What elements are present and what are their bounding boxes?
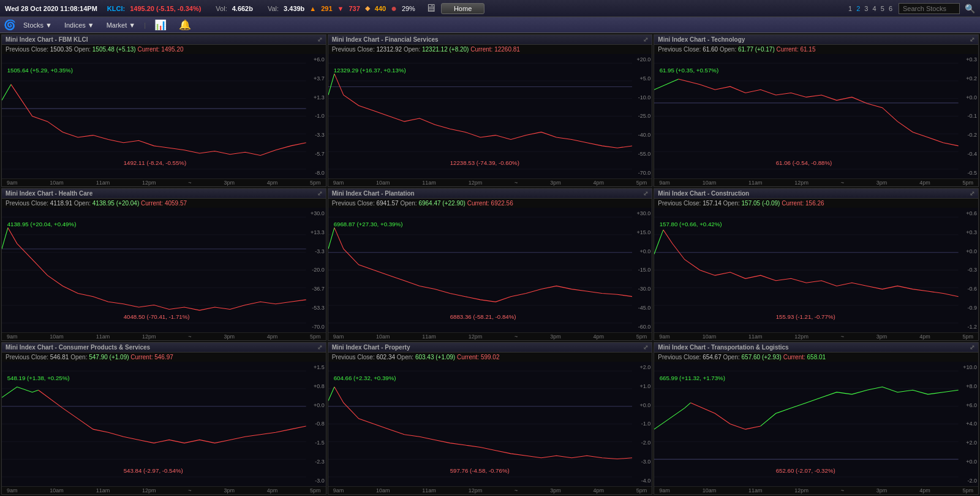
expand-icon-0[interactable]: ⤢ bbox=[317, 36, 322, 43]
chart-area-4: +30.0+15.0+0.0-15.0-30.0-45.0-60.06968.8… bbox=[328, 208, 652, 332]
page-5[interactable]: 5 bbox=[881, 5, 884, 12]
bell-icon: 🔔 bbox=[179, 19, 191, 31]
x-axis-8: 9am10am11am12pm~3pm4pm5pm bbox=[654, 486, 978, 494]
vol1-label: Vol: bbox=[216, 5, 227, 12]
nav-icon-1[interactable]: 📊 bbox=[149, 18, 172, 32]
chart-panel-8: Mini Index Chart - Transportation & Logi… bbox=[654, 342, 979, 495]
svg-text:6883.36 (-58.21, -0.84%): 6883.36 (-58.21, -0.84%) bbox=[450, 313, 516, 320]
chart-title-2: Mini Index Chart - Technology⤢ bbox=[654, 35, 978, 45]
neutral-arrow: ◆ bbox=[365, 4, 370, 12]
svg-text:4048.50 (-70.41, -1.71%): 4048.50 (-70.41, -1.71%) bbox=[124, 313, 190, 320]
svg-text:12329.29 (+16.37, +0.13%): 12329.29 (+16.37, +0.13%) bbox=[333, 67, 405, 74]
chart-title-5: Mini Index Chart - Construction⤢ bbox=[654, 189, 978, 199]
svg-text:12238.53 (-74.39, -0.60%): 12238.53 (-74.39, -0.60%) bbox=[450, 159, 519, 166]
svg-text:597.76 (-4.58, -0.76%): 597.76 (-4.58, -0.76%) bbox=[450, 467, 509, 474]
page-1[interactable]: 1 bbox=[848, 5, 852, 12]
down-arrow: ▼ bbox=[337, 5, 344, 12]
chart-panel-3: Mini Index Chart - Health Care⤢Previous … bbox=[1, 188, 326, 341]
page-2[interactable]: 2 bbox=[856, 5, 860, 12]
x-axis-4: 9am10am11am12pm~3pm4pm5pm bbox=[328, 332, 652, 340]
chart-info-1: Previous Close: 12312.92 Open: 12321.12 … bbox=[328, 45, 652, 54]
expand-icon-5[interactable]: ⤢ bbox=[970, 190, 974, 197]
chart-area-0: +6.0+3.7+1.3-1.0-3.3-5.7-8.01505.64 (+5.… bbox=[2, 54, 326, 178]
chart-area-8: +10.0+8.0+6.0+4.0+2.0+0.0-2.0665.99 (+11… bbox=[654, 362, 978, 486]
y-axis-1: +20.0+5.0-10.0-25.0-40.0-55.0-70.0 bbox=[637, 54, 651, 178]
x-axis-5: 9am10am11am12pm~3pm4pm5pm bbox=[654, 332, 978, 340]
chart-info-6: Previous Close: 546.81 Open: 547.90 (+1.… bbox=[2, 353, 326, 362]
expand-icon-1[interactable]: ⤢ bbox=[643, 36, 648, 43]
svg-text:548.19 (+1.38, +0.25%): 548.19 (+1.38, +0.25%) bbox=[7, 375, 70, 381]
y-axis-0: +6.0+3.7+1.3-1.0-3.3-5.7-8.0 bbox=[314, 54, 325, 178]
down-count: 737 bbox=[349, 5, 360, 12]
svg-text:1505.64 (+5.29, +0.35%): 1505.64 (+5.29, +0.35%) bbox=[7, 67, 73, 74]
nav-stocks[interactable]: Stocks ▼ bbox=[18, 20, 57, 30]
pie-icon: ● bbox=[391, 3, 397, 14]
x-axis-0: 9am10am11am12pm~3pm4pm5pm bbox=[2, 178, 326, 186]
expand-icon-8[interactable]: ⤢ bbox=[970, 344, 974, 351]
home-button[interactable]: Home bbox=[441, 3, 484, 14]
chart-area-3: +30.0+13.3-3.3-20.0-36.7-53.3-70.04138.9… bbox=[2, 208, 326, 332]
chart-title-0: Mini Index Chart - FBM KLCI⤢ bbox=[2, 35, 326, 45]
x-axis-7: 9am10am11am12pm~3pm4pm5pm bbox=[328, 486, 652, 494]
klci-label: KLCI: bbox=[107, 5, 125, 12]
stocks-chevron: ▼ bbox=[45, 21, 52, 29]
klci-value: 1495.20 (-5.15, -0.34%) bbox=[130, 5, 201, 12]
expand-icon-3[interactable]: ⤢ bbox=[317, 190, 322, 197]
chart-area-2: +0.3+0.2+0.0-0.1-0.2-0.4-0.561.95 (+0.35… bbox=[654, 54, 978, 178]
nav-indices[interactable]: Indices ▼ bbox=[59, 20, 99, 30]
svg-text:155.93 (-1.21, -0.77%): 155.93 (-1.21, -0.77%) bbox=[776, 313, 835, 320]
y-axis-7: +2.0+1.0+0.0-1.0-2.0-3.0-4.0 bbox=[640, 362, 651, 486]
logo-icon: 🌀 bbox=[4, 19, 16, 31]
nav-bar: 🌀 Stocks ▼ Indices ▼ Market ▼ | 📊 🔔 bbox=[0, 17, 980, 33]
page-6[interactable]: 6 bbox=[889, 5, 892, 12]
chart-title-1: Mini Index Chart - Financial Services⤢ bbox=[328, 35, 652, 45]
neutral-count: 440 bbox=[375, 5, 386, 12]
y-axis-5: +0.6+0.3+0.0-0.3-0.6-0.9-1.2 bbox=[966, 208, 977, 332]
indices-label: Indices bbox=[64, 21, 86, 29]
x-axis-3: 9am10am11am12pm~3pm4pm5pm bbox=[2, 332, 326, 340]
monitor-icon: 🖥 bbox=[425, 2, 436, 15]
search-input[interactable] bbox=[899, 3, 960, 14]
chart-panel-4: Mini Index Chart - Plantation⤢Previous C… bbox=[328, 188, 653, 341]
svg-text:604.66 (+2.32, +0.39%): 604.66 (+2.32, +0.39%) bbox=[333, 375, 396, 381]
svg-text:61.06 (-0.54, -0.88%): 61.06 (-0.54, -0.88%) bbox=[776, 159, 832, 166]
expand-icon-2[interactable]: ⤢ bbox=[970, 36, 974, 43]
expand-icon-7[interactable]: ⤢ bbox=[643, 344, 648, 351]
vol2-label: Val: bbox=[268, 5, 279, 12]
svg-text:61.95 (+0.35, +0.57%): 61.95 (+0.35, +0.57%) bbox=[660, 67, 719, 74]
nav-icon-2[interactable]: 🔔 bbox=[174, 18, 196, 32]
datetime: Wed 28 Oct 2020 11:08:14PM bbox=[5, 5, 97, 12]
search-icon[interactable]: 🔍 bbox=[965, 4, 975, 13]
svg-text:665.99 (+11.32, +1.73%): 665.99 (+11.32, +1.73%) bbox=[660, 375, 725, 381]
chart-info-8: Previous Close: 654.67 Open: 657.60 (+2.… bbox=[654, 353, 978, 362]
vol1-value: 4.662b bbox=[232, 5, 253, 12]
svg-text:1492.11 (-8.24, -0.55%): 1492.11 (-8.24, -0.55%) bbox=[124, 159, 187, 166]
chart-area-7: +2.0+1.0+0.0-1.0-2.0-3.0-4.0604.66 (+2.3… bbox=[328, 362, 652, 486]
chart-title-8: Mini Index Chart - Transportation & Logi… bbox=[654, 343, 978, 353]
expand-icon-6[interactable]: ⤢ bbox=[317, 344, 322, 351]
chart-info-7: Previous Close: 602.34 Open: 603.43 (+1.… bbox=[328, 353, 652, 362]
chart-panel-1: Mini Index Chart - Financial Services⤢Pr… bbox=[328, 34, 653, 187]
chart-info-2: Previous Close: 61.60 Open: 61.77 (+0.17… bbox=[654, 45, 978, 54]
top-bar: Wed 28 Oct 2020 11:08:14PM KLCI: 1495.20… bbox=[0, 0, 980, 17]
chart-info-4: Previous Close: 6941.57 Open: 6964.47 (+… bbox=[328, 199, 652, 208]
vol2-value: 3.439b bbox=[284, 5, 304, 12]
page-4[interactable]: 4 bbox=[873, 5, 876, 12]
indices-chevron: ▼ bbox=[88, 21, 94, 29]
chart-panel-2: Mini Index Chart - Technology⤢Previous C… bbox=[654, 34, 979, 187]
nav-separator: | bbox=[144, 21, 146, 29]
chart-area-5: +0.6+0.3+0.0-0.3-0.6-0.9-1.2157.80 (+0.6… bbox=[654, 208, 978, 332]
chart-panel-5: Mini Index Chart - Construction⤢Previous… bbox=[654, 188, 979, 341]
nav-market[interactable]: Market ▼ bbox=[102, 20, 141, 30]
chart-title-3: Mini Index Chart - Health Care⤢ bbox=[2, 189, 326, 199]
y-axis-4: +30.0+15.0+0.0-15.0-30.0-45.0-60.0 bbox=[637, 208, 651, 332]
chart-title-7: Mini Index Chart - Property⤢ bbox=[328, 343, 652, 353]
page-3[interactable]: 3 bbox=[864, 5, 868, 12]
expand-icon-4[interactable]: ⤢ bbox=[643, 190, 648, 197]
y-axis-3: +30.0+13.3-3.3-20.0-36.7-53.3-70.0 bbox=[311, 208, 325, 332]
market-chevron: ▼ bbox=[129, 21, 135, 29]
chart-grid: Mini Index Chart - FBM KLCI⤢Previous Clo… bbox=[0, 33, 980, 496]
svg-text:157.80 (+0.66, +0.42%): 157.80 (+0.66, +0.42%) bbox=[660, 221, 722, 227]
svg-text:543.84 (-2.97, -0.54%): 543.84 (-2.97, -0.54%) bbox=[124, 467, 183, 474]
chart-panel-0: Mini Index Chart - FBM KLCI⤢Previous Clo… bbox=[1, 34, 326, 187]
